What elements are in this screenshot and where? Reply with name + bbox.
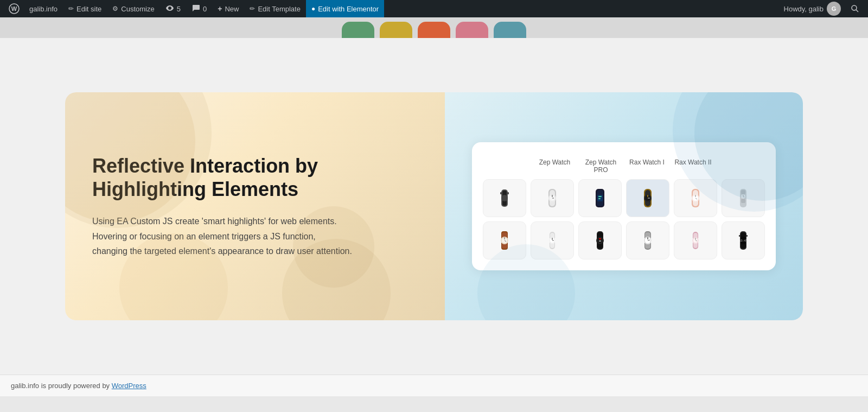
- pencil-icon: ✏: [68, 5, 74, 12]
- nav-pill-green[interactable]: [342, 22, 374, 38]
- watch-cell-r2c1[interactable]: [483, 221, 526, 259]
- watch-cell-r1c1[interactable]: [483, 179, 526, 217]
- svg-rect-19: [598, 198, 601, 199]
- watch-icon-dark-round: [589, 230, 611, 251]
- edit-elementor-link[interactable]: ● Edit with Elementor: [306, 0, 384, 17]
- watch-icon-dark-digital-2: 13:45: [732, 230, 754, 251]
- watch-cell-r1c6[interactable]: [722, 179, 765, 217]
- watch-cell-r2c5[interactable]: [674, 221, 717, 259]
- left-decorative-bg: [65, 92, 445, 320]
- page-wrapper: Reflective Interaction by Highlighting E…: [0, 17, 868, 412]
- elementor-icon: ●: [311, 5, 315, 12]
- watch-grid-header: Zep Watch Zep Watch PRO Rax Watch I Rax …: [483, 159, 765, 174]
- wordpress-link[interactable]: WordPress: [112, 382, 146, 390]
- right-panel: Zep Watch Zep Watch PRO Rax Watch I Rax …: [445, 92, 803, 320]
- plus-icon: +: [218, 4, 222, 13]
- howdy-menu[interactable]: Howdy, galib G: [778, 2, 846, 16]
- svg-text:13:45: 13:45: [739, 239, 747, 242]
- svg-rect-56: [599, 240, 601, 242]
- watch-icon-dark-large: [637, 187, 659, 209]
- watch-icon-dark-small: [494, 187, 515, 209]
- svg-rect-55: [599, 238, 601, 239]
- views-link[interactable]: 5: [160, 0, 186, 17]
- nav-pill-pink[interactable]: [456, 22, 488, 38]
- watch-icon-white-dial: [637, 230, 659, 251]
- customize-icon: ⚙: [112, 5, 118, 12]
- customize-link[interactable]: ⚙ Customize: [107, 0, 159, 17]
- hero-description: Using EA Custom JS create 'smart highlig…: [92, 214, 353, 258]
- watch-cell-r2c4[interactable]: [626, 221, 669, 259]
- edit-template-link[interactable]: ✏ Edit Template: [244, 0, 306, 17]
- svg-point-6: [501, 195, 508, 201]
- nav-pills-bar: [0, 17, 868, 38]
- watch-icon-rose-small: [685, 230, 706, 251]
- watch-icon-brown-leather: [494, 230, 515, 251]
- col-header-zep: Zep Watch: [532, 159, 578, 174]
- watch-icon-silver-bracelet: [732, 187, 754, 209]
- left-panel: Reflective Interaction by Highlighting E…: [65, 92, 445, 320]
- svg-rect-8: [507, 192, 509, 194]
- watch-cell-r1c5[interactable]: [674, 179, 717, 217]
- watch-cell-r1c2[interactable]: [531, 179, 574, 217]
- wp-logo[interactable]: W: [4, 0, 24, 17]
- hero-section: Reflective Interaction by Highlighting E…: [65, 92, 803, 320]
- search-button[interactable]: [846, 0, 864, 17]
- svg-rect-35: [741, 199, 745, 203]
- watch-icon-dark-digital: [589, 187, 611, 209]
- comments-link[interactable]: 0: [186, 0, 212, 17]
- svg-rect-74: [746, 235, 748, 237]
- footer-text: galib.info is proudly powered by: [11, 382, 112, 390]
- svg-point-2: [852, 5, 857, 10]
- user-avatar: G: [827, 2, 841, 16]
- watch-icon-silver-small: [541, 230, 563, 251]
- edit-template-icon: ✏: [250, 5, 255, 12]
- watch-cell-r2c6[interactable]: 13:45: [722, 221, 765, 259]
- svg-line-3: [856, 10, 858, 12]
- edit-site-link[interactable]: ✏ Edit site: [63, 0, 107, 17]
- comments-icon: [192, 4, 200, 14]
- watch-cell-r1c4[interactable]: [626, 179, 669, 217]
- eye-icon: [165, 5, 174, 13]
- nav-pill-yellow[interactable]: [380, 22, 412, 38]
- col-header-zep-pro: Zep Watch PRO: [578, 159, 624, 174]
- watch-grid: 13:45: [483, 179, 765, 259]
- watch-icon-silver-analog: [541, 187, 563, 209]
- nav-pill-orange[interactable]: [418, 22, 450, 38]
- watch-icon-rose-gold: [685, 187, 706, 209]
- col-header-rax-2: Rax Watch II: [670, 159, 716, 174]
- page-footer: galib.info is proudly powered by WordPre…: [0, 375, 868, 396]
- main-content: Reflective Interaction by Highlighting E…: [0, 38, 868, 375]
- svg-text:W: W: [11, 5, 17, 12]
- col-header-rax-1: Rax Watch I: [624, 159, 670, 174]
- watch-cell-r2c2[interactable]: [531, 221, 574, 259]
- nav-pill-teal[interactable]: [494, 22, 526, 38]
- new-content-link[interactable]: + New: [212, 0, 244, 17]
- watch-grid-container: Zep Watch Zep Watch PRO Rax Watch I Rax …: [472, 142, 776, 270]
- svg-rect-18: [598, 196, 602, 197]
- svg-rect-33: [741, 190, 745, 194]
- svg-rect-7: [500, 192, 502, 194]
- watch-cell-r2c3[interactable]: [578, 221, 622, 259]
- admin-bar: W galib.info ✏ Edit site ⚙ Customize 5 0…: [0, 0, 868, 17]
- howdy-text: Howdy, galib: [784, 5, 824, 13]
- hero-heading: Reflective Interaction by Highlighting E…: [92, 154, 353, 201]
- svg-rect-73: [739, 235, 740, 237]
- site-name-link[interactable]: galib.info: [24, 0, 63, 17]
- site-name: galib.info: [29, 5, 58, 13]
- watch-cell-r1c3[interactable]: [578, 179, 622, 217]
